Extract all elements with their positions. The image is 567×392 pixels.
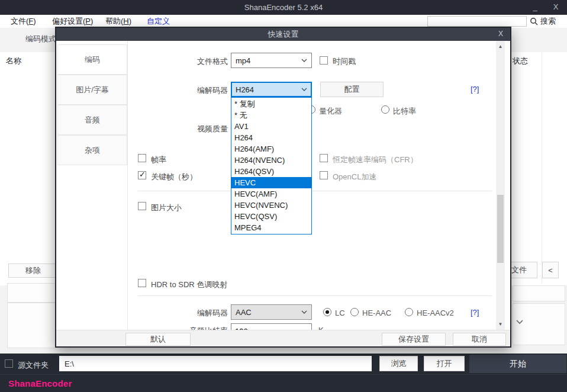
dropdown-option[interactable]: HEVC(AMF) [231,188,311,200]
info-panel-right-top [513,285,565,301]
tab-picture-subtitle[interactable]: 图片/字幕 [57,75,127,105]
collapse-panel-button[interactable]: < [542,262,559,278]
framerate-checkbox[interactable] [138,154,146,162]
picture-size-checkbox[interactable] [138,202,146,210]
info-panel-left-bottom [7,303,58,348]
remove-button[interactable]: 移除 [8,264,58,278]
chevron-down-icon [301,59,307,62]
codec-dropdown-list: * 复制 * 无 AV1 H264 H264(AMF) H264(NVENC) … [231,97,312,234]
he-aacv2-radio[interactable] [405,308,413,316]
menu-help[interactable]: 帮助(H) [102,15,135,28]
dropdown-option[interactable]: H264(QSV) [231,166,311,177]
opencl-label: OpenCL加速 [333,172,376,182]
dialog-scrollbar[interactable]: ▲ ▼ [496,41,505,330]
hdr-checkbox[interactable] [138,279,146,287]
source-path-input[interactable] [59,356,372,371]
scroll-up-icon[interactable]: ▲ [496,42,505,51]
dropdown-option[interactable]: * 无 [231,110,311,121]
search-input[interactable] [427,16,527,27]
dropdown-option[interactable]: AV1 [231,121,311,132]
audio-bitrate-input[interactable] [231,323,312,330]
he-aac-label: HE-AAC [362,309,391,317]
cfr-label: 恒定帧速率编码（CFR） [333,155,418,165]
dialog-body: 编码 图片/字幕 音频 杂项 文件格式 mp4 时间戳 编解码器 H264 配置… [56,41,510,330]
menu-file[interactable]: 文件(F) [7,15,40,28]
aac-lc-radio[interactable] [323,308,331,316]
dropdown-option[interactable]: HEVC(QSV) [231,211,311,222]
dropdown-option[interactable]: MPEG4 [231,222,311,233]
dropdown-option[interactable]: H264(NVENC) [231,155,311,166]
keyframe-label: 关键帧（秒） [151,172,197,182]
scrollbar-thumb[interactable] [497,195,504,263]
tab-audio[interactable]: 音频 [57,105,127,135]
tab-encode[interactable]: 编码 [57,44,127,75]
dropdown-option[interactable]: H264 [231,132,311,143]
configure-button[interactable]: 配置 [320,82,384,97]
audio-help-link[interactable]: [?] [471,308,479,317]
dialog-title-bar: 快速设置 X [56,28,510,41]
menu-bar: 文件(F) 偏好设置(P) 帮助(H) 自定义 搜索 [0,15,567,28]
info-panel-left-top [7,283,58,303]
bottom-bar: 源文件夹 浏览 打开 开始 [0,354,567,374]
bitrate-label: 比特率 [393,106,416,117]
file-format-select[interactable]: mp4 [231,53,312,68]
audio-codec-select[interactable]: AAC [231,304,312,320]
audio-bitrate-unit: K [318,326,324,330]
timestamp-label: 时间戳 [333,56,356,67]
video-quality-label: 视频质量 [145,124,228,134]
timestamp-checkbox[interactable] [320,56,328,65]
aac-lc-label: LC [335,309,345,317]
chevron-down-icon [301,310,307,314]
video-help-link[interactable]: [?] [471,85,479,94]
default-button[interactable]: 默认 [125,333,191,346]
source-folder-checkbox[interactable] [5,359,13,368]
column-header-name: 名称 [6,56,21,66]
bitrate-radio[interactable] [381,105,389,114]
app-window: ShanaEncoder 5.2 x64 _ X 文件(F) 偏好设置(P) 帮… [0,0,567,392]
open-button[interactable]: 打开 [424,356,465,371]
minimize-button[interactable]: _ [529,0,542,15]
sidebar-divider [127,41,128,330]
dialog-footer: 默认 保存设置 取消 [56,330,510,346]
dropdown-option[interactable]: H264(AMF) [231,143,311,155]
he-aacv2-label: HE-AACv2 [417,309,454,317]
dropdown-option-selected[interactable]: HEVC [231,177,311,188]
title-bar: ShanaEncoder 5.2 x64 _ X [0,0,567,15]
browse-button[interactable]: 浏览 [379,356,418,371]
search-icon[interactable] [530,17,539,26]
separator [138,191,492,191]
cfr-checkbox[interactable] [320,154,328,162]
close-button[interactable]: X [549,0,562,15]
dropdown-option[interactable]: HEVC(NVENC) [231,200,311,211]
hdr-label: HDR to SDR 色调映射 [151,279,227,290]
video-codec-label: 编解码器 [145,85,228,96]
audio-codec-label: 编解码器 [145,308,228,319]
video-codec-select[interactable]: H264 [231,82,312,97]
menu-custom[interactable]: 自定义 [143,15,173,28]
menu-preferences[interactable]: 偏好设置(P) [49,15,96,28]
start-button[interactable]: 开始 [469,355,566,373]
status-bar: ShanaEncoder [0,374,567,392]
column-header-status: 状态 [513,56,528,66]
he-aac-radio[interactable] [350,308,359,316]
chevron-down-icon[interactable] [516,319,524,324]
audio-bitrate-label: 音频比特率 [145,326,228,330]
quick-settings-dialog: 快速设置 X 编码 图片/字幕 音频 杂项 文件格式 mp4 时间戳 编解码器 … [55,27,511,348]
file-format-label: 文件格式 [145,56,228,67]
encode-mode-tab[interactable]: 编码模式 [25,34,56,44]
separator [138,295,492,296]
framerate-label: 帧率 [151,155,166,165]
cancel-button[interactable]: 取消 [453,333,506,346]
search-button[interactable]: 搜索 [540,15,556,28]
opencl-checkbox[interactable] [320,171,328,179]
keyframe-checkbox[interactable] [138,171,146,179]
scroll-down-icon[interactable]: ▼ [496,320,505,329]
chevron-down-icon [301,88,307,91]
source-folder-label: 源文件夹 [18,360,49,371]
window-title: ShanaEncoder 5.2 x64 [0,0,567,15]
tab-misc[interactable]: 杂项 [57,135,127,165]
save-settings-button[interactable]: 保存设置 [382,333,446,346]
info-panel-right-bottom [513,303,565,345]
dropdown-option[interactable]: * 复制 [231,98,311,110]
dialog-close-button[interactable]: X [496,28,505,41]
